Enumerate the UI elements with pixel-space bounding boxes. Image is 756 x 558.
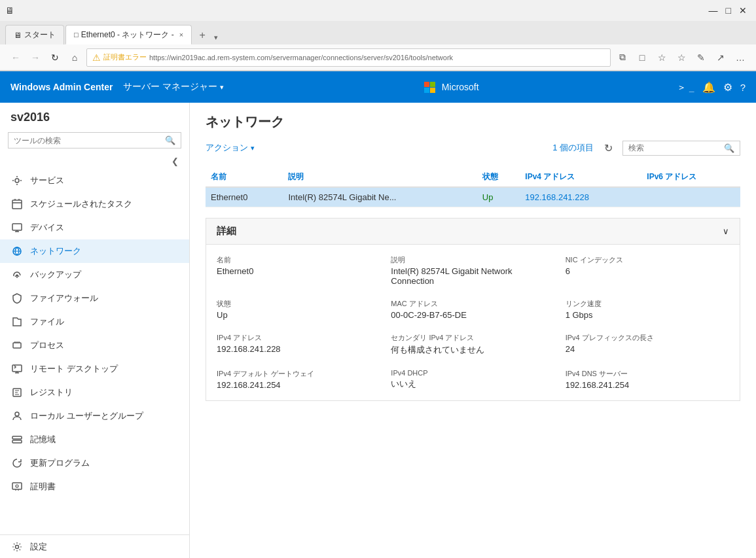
sidebar-item-updates[interactable]: 更新プログラム xyxy=(0,451,189,475)
files-label: ファイル xyxy=(30,316,64,328)
table-row[interactable]: Ethernet0 Intel(R) 82574L Gigabit Ne... … xyxy=(206,187,740,207)
address-bar[interactable]: ⚠ 証明書エラー https://win2019ac.ad.rem-system… xyxy=(86,48,611,67)
forward-btn[interactable]: → xyxy=(27,50,43,65)
sidebar-item-certificates[interactable]: 証明書 xyxy=(0,475,189,498)
detail-gateway: IPv4 デフォルト ゲートウェイ 192.168.241.254 xyxy=(217,369,380,390)
tab-list-btn[interactable]: ▾ xyxy=(211,31,221,44)
col-ipv6[interactable]: IPv6 アドレス xyxy=(641,167,740,187)
sidebar-item-devices[interactable]: デバイス xyxy=(0,216,189,239)
detail-link-speed: リンク速度 1 Gbps xyxy=(566,299,729,320)
services-label: サービス xyxy=(30,175,64,186)
tab-bar: 🖥 スタート □ Ethernet0 - ネットワーク - × + ▾ xyxy=(0,21,756,44)
sidebar-item-services[interactable]: サービス xyxy=(0,169,189,192)
settings-icon[interactable]: ⚙ xyxy=(723,81,732,94)
search-icon: 🔍 xyxy=(724,143,734,153)
notification-icon[interactable]: 🔔 xyxy=(702,81,715,94)
network-table: 名前 説明 状態 IPv4 アドレス IPv6 アドレス Ethernet0 I… xyxy=(206,167,740,207)
detail-body: 名前 Ethernet0 説明 Intel(R) 82574L Gigabit … xyxy=(206,245,740,400)
col-name[interactable]: 名前 xyxy=(206,167,283,187)
storage-label: 記憶域 xyxy=(30,434,56,445)
maximize-btn[interactable]: □ xyxy=(726,5,731,16)
sidebar-item-scheduled-tasks[interactable]: スケジュールされたタスク xyxy=(0,192,189,216)
server-manager-label: サーバー マネージャー xyxy=(123,81,217,93)
detail-secondary-ipv4-value: 何も構成されていません xyxy=(391,344,554,356)
tab-network[interactable]: □ Ethernet0 - ネットワーク - × xyxy=(65,25,192,44)
tools-search-input[interactable] xyxy=(14,136,165,145)
sidebar-item-network[interactable]: ネットワーク xyxy=(0,239,189,263)
minimize-btn[interactable]: — xyxy=(709,5,718,16)
detail-dns: IPv4 DNS サーバー 192.168.241.254 xyxy=(566,369,729,390)
new-tab-btn[interactable]: + xyxy=(193,26,211,44)
status-up-badge: Up xyxy=(482,192,494,202)
server-manager-nav[interactable]: サーバー マネージャー ▾ xyxy=(123,81,224,93)
row-ipv6 xyxy=(641,187,740,207)
row-name: Ethernet0 xyxy=(206,187,283,207)
backup-icon xyxy=(10,268,24,281)
devices-icon xyxy=(10,221,24,234)
nav-icons: ⧉ □ ☆ ☆ ✎ ↗ … xyxy=(615,50,748,65)
detail-dns-value: 192.168.241.254 xyxy=(566,380,729,390)
detail-prefix-label: IPv4 プレフィックスの長さ xyxy=(566,333,729,343)
save-icon-btn[interactable]: ⧉ xyxy=(615,50,630,65)
sidebar-collapse-btn[interactable]: ❮ xyxy=(166,156,184,166)
detail-header[interactable]: 詳細 ∨ xyxy=(206,218,740,245)
tab-start[interactable]: 🖥 スタート xyxy=(5,25,64,44)
devices-label: デバイス xyxy=(30,222,64,234)
notes-btn[interactable]: ✎ xyxy=(693,50,709,65)
refresh-btn[interactable]: ↻ xyxy=(599,139,617,157)
detail-collapse-icon: ∨ xyxy=(723,226,729,236)
header-actions: > _ 🔔 ⚙ ? xyxy=(679,81,746,94)
files-icon xyxy=(10,315,24,328)
reading-list-btn[interactable]: ☆ xyxy=(674,50,689,65)
local-users-label: ローカル ユーザーとグループ xyxy=(30,410,143,422)
ms-brand-text: Microsoft xyxy=(442,82,479,92)
refresh-nav-btn[interactable]: ↻ xyxy=(47,50,63,65)
actions-btn[interactable]: アクション ▾ xyxy=(206,139,255,156)
sidebar-item-local-users[interactable]: ローカル ユーザーとグループ xyxy=(0,404,189,428)
svg-rect-5 xyxy=(12,365,22,372)
col-ipv4[interactable]: IPv4 アドレス xyxy=(520,167,641,187)
detail-name-label: 名前 xyxy=(217,255,380,265)
col-status[interactable]: 状態 xyxy=(477,167,520,187)
actions-label: アクション xyxy=(206,142,248,154)
search-field-container[interactable]: 🔍 xyxy=(8,132,181,148)
sidebar-item-backup[interactable]: バックアップ xyxy=(0,263,189,287)
detail-secondary-ipv4-label: セカンダリ IPv4 アドレス xyxy=(391,333,554,343)
network-search-input[interactable] xyxy=(628,143,724,152)
settings-label: 設定 xyxy=(30,541,47,553)
back-btn[interactable]: ← xyxy=(8,50,24,65)
more-btn[interactable]: … xyxy=(732,50,748,65)
sidebar-item-remote-desktop[interactable]: リモート デスクトップ xyxy=(0,357,189,381)
favorites-btn[interactable]: ☆ xyxy=(654,50,670,65)
help-icon[interactable]: ? xyxy=(740,82,746,93)
detail-status-label: 状態 xyxy=(217,299,380,309)
sidebar-item-storage[interactable]: 記憶域 xyxy=(0,428,189,451)
share-btn[interactable]: ↗ xyxy=(713,50,729,65)
detail-grid: 名前 Ethernet0 説明 Intel(R) 82574L Gigabit … xyxy=(217,255,729,390)
svg-rect-2 xyxy=(12,224,22,230)
certificates-icon xyxy=(10,480,24,493)
home-btn[interactable]: ⌂ xyxy=(67,50,82,65)
scheduled-tasks-icon xyxy=(10,198,24,211)
sidebar-search: 🔍 xyxy=(0,130,189,154)
sidebar-item-registry[interactable]: レジストリ xyxy=(0,381,189,404)
tab-close-btn[interactable]: × xyxy=(179,31,183,39)
detail-name-value: Ethernet0 xyxy=(217,266,380,276)
sidebar-settings[interactable]: 設定 xyxy=(0,534,189,558)
svg-rect-10 xyxy=(12,483,22,489)
detail-ipv4-value: 192.168.241.228 xyxy=(217,344,380,354)
sidebar-item-processes[interactable]: プロセス xyxy=(0,334,189,357)
browser-chrome: 🖥 — □ ✕ 🖥 スタート □ Ethernet0 - ネットワーク - × … xyxy=(0,0,756,71)
detail-description: 説明 Intel(R) 82574L Gigabit Network Conne… xyxy=(391,255,554,286)
close-btn[interactable]: ✕ xyxy=(739,5,747,16)
item-count: 1 個の項目 xyxy=(552,142,594,154)
detail-ipv4: IPv4 アドレス 192.168.241.228 xyxy=(217,333,380,356)
sidebar-item-files[interactable]: ファイル xyxy=(0,310,189,334)
terminal-icon[interactable]: > _ xyxy=(679,82,694,92)
split-view-btn[interactable]: □ xyxy=(634,50,650,65)
firewall-icon xyxy=(10,292,24,305)
detail-nic-index: NIC インデックス 6 xyxy=(566,255,729,286)
server-title: sv2016 xyxy=(0,103,189,130)
sidebar-item-firewall[interactable]: ファイアウォール xyxy=(0,287,189,310)
col-description[interactable]: 説明 xyxy=(283,167,477,187)
